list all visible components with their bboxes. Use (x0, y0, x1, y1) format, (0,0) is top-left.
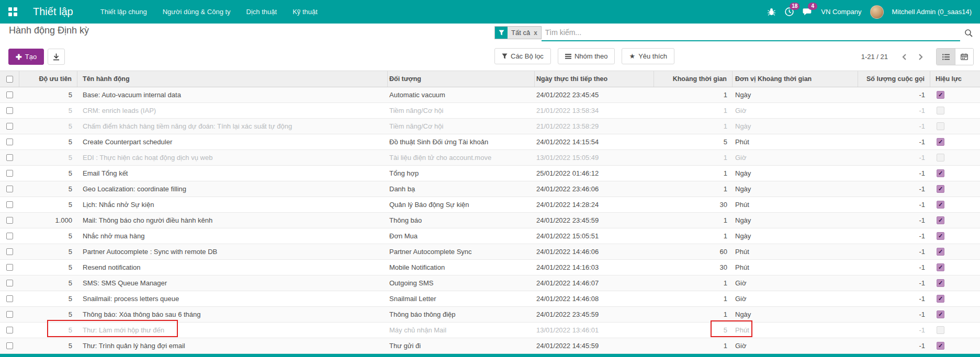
cell-next-exec[interactable]: 24/01/2022 23:45:45 (535, 87, 654, 102)
cell-priority[interactable]: 5 (19, 150, 77, 165)
cell-next-exec[interactable]: 24/01/2022 23:46:06 (535, 181, 654, 197)
active-checkbox-checked[interactable]: ✓ (937, 185, 944, 193)
cell-priority[interactable]: 5 (19, 291, 77, 306)
select-all-checkbox[interactable] (6, 76, 13, 83)
cell-priority[interactable]: 1.000 (19, 213, 77, 228)
row-checkbox[interactable] (6, 154, 13, 161)
cell-action-name[interactable]: CRM: enrich leads (IAP) (77, 103, 388, 118)
cell-interval-unit[interactable]: Phút (733, 197, 858, 212)
active-checkbox-checked[interactable]: ✓ (937, 248, 944, 256)
messages-chat-icon[interactable]: 4 (803, 7, 813, 17)
cell-model[interactable]: Outgoing SMS (388, 275, 535, 291)
cell-calls[interactable]: -1 (858, 338, 930, 353)
column-header-interval[interactable]: Khoảng thời gian (654, 71, 733, 87)
row-checkbox[interactable] (6, 264, 13, 271)
cell-interval[interactable]: 1 (654, 213, 733, 228)
table-row[interactable]: 5Resend notificationMobile Notification2… (0, 260, 980, 275)
cell-model[interactable]: Đồ thuật Sinh Đối ứng Tài khoản (388, 134, 535, 149)
cell-model[interactable]: Quản lý Báo động Sự kiện (388, 197, 535, 212)
table-row[interactable]: 5Snailmail: process letters queueSnailma… (0, 291, 980, 307)
table-row[interactable]: 1.000Mail: Thông báo cho người điều hành… (0, 213, 980, 228)
search-magnifier-icon[interactable] (964, 29, 973, 38)
cell-model[interactable]: Tiềm năng/Cơ hội (388, 119, 535, 134)
row-checkbox[interactable] (6, 280, 13, 286)
cell-model[interactable]: Máy chủ nhận Mail (388, 323, 535, 338)
active-checkbox-checked[interactable]: ✓ (937, 295, 944, 303)
calendar-view-button[interactable] (955, 49, 973, 65)
table-row[interactable]: 5Thông báo: Xóa thông báo sau 6 thángThô… (0, 307, 980, 323)
cell-model[interactable]: Đơn Mua (388, 228, 535, 244)
column-header-next-exec[interactable]: Ngày thực thi tiếp theo (535, 71, 654, 87)
row-checkbox[interactable] (6, 201, 13, 208)
cell-model[interactable]: Tiềm năng/Cơ hội (388, 103, 535, 118)
cell-action-name[interactable]: SMS: SMS Queue Manager (77, 275, 388, 291)
cell-priority[interactable]: 5 (19, 338, 77, 353)
cell-calls[interactable]: -1 (858, 307, 930, 322)
cell-interval-unit[interactable]: Phút (733, 134, 858, 149)
cell-interval[interactable]: 5 (654, 323, 733, 338)
table-row[interactable]: 5Partner Autocomplete : Sync with remote… (0, 244, 980, 260)
cell-model[interactable]: Tài liệu điện tử cho account.move (388, 150, 535, 165)
company-switcher[interactable]: VN Company (821, 8, 861, 16)
active-checkbox-unchecked[interactable] (937, 154, 944, 162)
cell-interval[interactable]: 60 (654, 244, 733, 259)
export-download-button[interactable] (48, 49, 65, 65)
cell-calls[interactable]: -1 (858, 228, 930, 244)
favorites-button[interactable]: ★ Yêu thích (622, 48, 674, 64)
cell-action-name[interactable]: Geo Localization: coordinate filling (77, 181, 388, 197)
column-header-model[interactable]: Đối tượng (388, 71, 535, 87)
cell-next-exec[interactable]: 21/01/2022 13:58:29 (535, 119, 654, 134)
cell-model[interactable]: Thông báo thông điệp (388, 307, 535, 322)
column-header-interval-unit[interactable]: Đơn vị Khoảng thời gian (733, 71, 858, 87)
cell-priority[interactable]: 5 (19, 166, 77, 181)
table-row[interactable]: 5Create Counterpart schedulerĐồ thuật Si… (0, 134, 980, 150)
pager-previous-button[interactable] (896, 51, 913, 63)
cell-interval-unit[interactable]: Ngày (733, 228, 858, 244)
table-row[interactable]: 5CRM: enrich leads (IAP)Tiềm năng/Cơ hội… (0, 103, 980, 119)
row-checkbox[interactable] (6, 186, 13, 192)
cell-priority[interactable]: 5 (19, 307, 77, 322)
active-checkbox-checked[interactable]: ✓ (937, 232, 944, 240)
cell-priority[interactable]: 5 (19, 87, 77, 102)
active-checkbox-checked[interactable]: ✓ (937, 138, 944, 146)
cell-calls[interactable]: -1 (858, 291, 930, 306)
active-checkbox-checked[interactable]: ✓ (937, 310, 944, 318)
cell-interval[interactable]: 1 (654, 166, 733, 181)
cell-action-name[interactable]: Lịch: Nhắc nhở Sự kiện (77, 197, 388, 212)
row-checkbox[interactable] (6, 342, 13, 349)
row-checkbox[interactable] (6, 327, 13, 333)
cell-interval[interactable]: 1 (654, 228, 733, 244)
table-row[interactable]: 5Base: Auto-vacuum internal dataAutomati… (0, 87, 980, 103)
row-checkbox[interactable] (6, 107, 13, 114)
cell-interval[interactable]: 1 (654, 103, 733, 118)
active-checkbox-unchecked[interactable] (937, 107, 944, 114)
cell-next-exec[interactable]: 24/01/2022 14:16:03 (535, 260, 654, 275)
cell-interval-unit[interactable]: Giờ (733, 291, 858, 306)
cell-priority[interactable]: 5 (19, 119, 77, 134)
cell-interval-unit[interactable]: Giờ (733, 275, 858, 291)
pager-next-button[interactable] (913, 51, 929, 63)
cell-calls[interactable]: -1 (858, 134, 930, 149)
cell-model[interactable]: Snailmail Letter (388, 291, 535, 306)
cell-interval[interactable]: 1 (654, 181, 733, 197)
cell-interval-unit[interactable]: Ngày (733, 87, 858, 102)
row-checkbox[interactable] (6, 217, 13, 224)
cell-priority[interactable]: 5 (19, 323, 77, 338)
cell-priority[interactable]: 5 (19, 275, 77, 291)
app-title[interactable]: Thiết lập (33, 6, 73, 18)
cell-next-exec[interactable]: 24/01/2022 14:45:59 (535, 338, 654, 353)
cell-interval[interactable]: 1 (654, 291, 733, 306)
cell-action-name[interactable]: Mail: Thông báo cho người điều hành kênh (77, 213, 388, 228)
row-checkbox[interactable] (6, 311, 13, 318)
cell-interval-unit[interactable]: Ngày (733, 119, 858, 134)
filters-button[interactable]: Các Bộ lọc (494, 48, 551, 64)
cell-calls[interactable]: -1 (858, 275, 930, 291)
cell-interval-unit[interactable]: Ngày (733, 181, 858, 197)
cell-interval[interactable]: 1 (654, 338, 733, 353)
user-avatar[interactable] (870, 5, 884, 19)
active-checkbox-checked[interactable]: ✓ (937, 263, 944, 271)
cell-action-name[interactable]: Thư: Làm mới hộp thư đến (77, 323, 388, 338)
active-checkbox-checked[interactable]: ✓ (937, 342, 944, 350)
cell-interval-unit[interactable]: Ngày (733, 213, 858, 228)
cell-priority[interactable]: 5 (19, 181, 77, 197)
